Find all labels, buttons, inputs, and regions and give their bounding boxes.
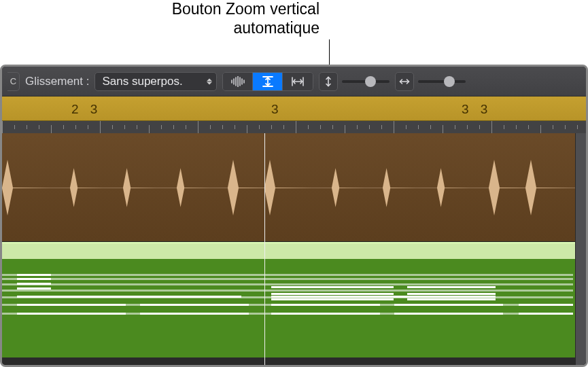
midi-note[interactable] (271, 296, 496, 298)
midi-note[interactable] (271, 298, 394, 300)
horizontal-zoom-slider[interactable] (418, 80, 466, 83)
vertical-auto-zoom-button[interactable] (253, 73, 283, 90)
ruler-label: 2 3 (71, 102, 101, 117)
horizontal-auto-zoom-icon (291, 77, 305, 86)
waveform-transient (383, 165, 416, 210)
horizontal-zoom-button[interactable] (395, 72, 414, 91)
waveform-transient (123, 165, 156, 210)
midi-note[interactable] (17, 287, 51, 290)
ruler-label: 3 3 (462, 102, 491, 117)
callout-text: Bouton Zoom vertical automatique (129, 0, 319, 37)
midi-note[interactable] (140, 304, 249, 306)
horizontal-zoom-slider-unit (395, 72, 466, 91)
vertical-zoom-slider[interactable] (342, 80, 390, 83)
midi-lane-line (2, 278, 573, 280)
midi-note[interactable] (17, 313, 126, 315)
ruler-bar-area[interactable]: 2 333 3 (2, 97, 586, 121)
waveform-transient (177, 165, 210, 210)
dropdown-value: Sans superpos. (102, 75, 182, 88)
midi-note[interactable] (17, 278, 51, 280)
waveform-icon (230, 76, 245, 87)
midi-note[interactable] (394, 313, 503, 315)
partial-left-control[interactable]: C (7, 72, 20, 91)
midi-lane-line (2, 274, 573, 276)
midi-region-header (2, 244, 586, 259)
zoom-mode-button-group (222, 72, 313, 91)
midi-note[interactable] (17, 304, 126, 306)
waveform-transient (70, 165, 103, 210)
waveform-transient (264, 156, 312, 220)
midi-note[interactable] (17, 296, 241, 298)
midi-note[interactable] (17, 274, 51, 276)
midi-note[interactable] (271, 293, 394, 295)
horizontal-arrows-icon (399, 77, 410, 86)
midi-lane-line (2, 290, 573, 292)
waveform-transient (525, 156, 573, 220)
audio-track[interactable] (2, 133, 586, 242)
midi-note[interactable] (271, 286, 394, 288)
waveform-transient (332, 165, 365, 210)
toolbar: C Glissement : Sans superpos. (2, 67, 586, 97)
partial-left-label: C (10, 76, 16, 86)
callout: Bouton Zoom vertical automatique (0, 0, 588, 65)
glissement-dropdown[interactable]: Sans superpos. (94, 72, 217, 91)
vertical-arrows-icon (324, 76, 333, 87)
midi-note[interactable] (407, 286, 496, 288)
vertical-zoom-slider-unit (319, 72, 390, 91)
midi-lane-line (2, 283, 573, 285)
waveform-transient (2, 156, 50, 220)
midi-note[interactable] (271, 304, 380, 306)
ruler-label: 3 (271, 102, 283, 117)
midi-track[interactable] (2, 242, 586, 357)
waveform-zoom-button[interactable] (223, 73, 253, 90)
callout-line2: automatique (233, 19, 319, 37)
midi-note[interactable] (519, 304, 573, 306)
midi-note[interactable] (17, 283, 51, 285)
ruler[interactable]: 2 333 3 (2, 97, 586, 133)
right-edge-strip (575, 133, 586, 365)
vertical-zoom-thumb[interactable] (365, 76, 376, 87)
updown-stepper-icon (207, 78, 212, 84)
midi-note[interactable] (394, 304, 503, 306)
waveform-transient (437, 165, 470, 210)
glissement-label: Glissement : (25, 75, 89, 88)
audio-editor-window: C Glissement : Sans superpos. (0, 65, 588, 367)
playhead[interactable] (264, 133, 265, 365)
callout-leader-line (329, 39, 330, 67)
midi-note[interactable] (407, 298, 496, 300)
midi-note[interactable] (271, 313, 380, 315)
midi-note[interactable] (140, 313, 249, 315)
vertical-zoom-button[interactable] (319, 72, 338, 91)
vertical-auto-zoom-icon (262, 75, 274, 88)
track-area (2, 133, 586, 365)
horizontal-zoom-thumb[interactable] (444, 76, 455, 87)
midi-note[interactable] (407, 293, 496, 295)
midi-note[interactable] (519, 313, 573, 315)
ruler-ticks (2, 121, 586, 133)
callout-line1: Bouton Zoom vertical (172, 0, 319, 18)
horizontal-auto-zoom-button[interactable] (283, 73, 313, 90)
